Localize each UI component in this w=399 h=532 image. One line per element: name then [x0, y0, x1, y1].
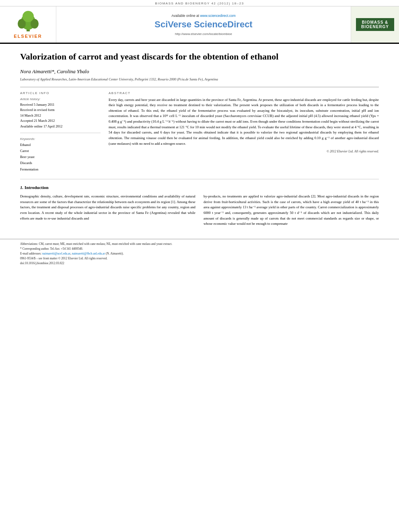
- sciverse-logo: SciVerse ScienceDirect: [154, 19, 252, 30]
- dates-block: Received 5 January 2011 Received in revi…: [20, 102, 101, 129]
- received-date: Received 5 January 2011: [20, 102, 101, 108]
- journal-bar-text: BIOMASS AND BIOENERGY 42 (2012) 18–23: [155, 2, 244, 5]
- keyword-fermentation: Fermentation: [20, 166, 101, 173]
- corresponding-author-footnote: * Corresponding author. Tel./fax: +54 34…: [20, 246, 379, 251]
- journal-top-bar: BIOMASS AND BIOENERGY 42 (2012) 18–23: [0, 0, 399, 6]
- revised-date: 14 March 2012: [20, 113, 101, 119]
- footer-footnotes: Abbreviations: CM, carrot must; ME, must…: [0, 239, 399, 270]
- keyword-discards: Discards: [20, 160, 101, 166]
- accepted-date: Accepted 21 March 2012: [20, 118, 101, 124]
- abstract-text: Every day, carrots and beer yeast are di…: [109, 97, 379, 147]
- email-note: (N. Aimaretti).: [106, 252, 123, 255]
- biomass-bioenergy-logo: BIOMASS & BIOENERGY: [351, 6, 399, 43]
- email-footnote: E-mail addresses: naimaretti@ucel.edu.ar…: [20, 251, 379, 256]
- article-title: Valorization of carrot and yeast discard…: [20, 51, 379, 63]
- page-header: ELSEVIER Available online at www.science…: [0, 6, 399, 44]
- introduction-title: 1. Introduction: [20, 185, 379, 190]
- intro-right-text: by-products, no treatments are applied t…: [204, 194, 379, 227]
- intro-left-column: Demographic density, culture, developmen…: [20, 194, 195, 227]
- revised-label: Received in revised form: [20, 107, 101, 113]
- sciverse-sci: SciVerse: [154, 19, 194, 29]
- elsevier-brand-text: ELSEVIER: [14, 34, 42, 39]
- abstract-heading: ABSTRACT: [109, 91, 379, 95]
- sciencedirect-center: Available online at www.sciencedirect.co…: [56, 6, 351, 43]
- intro-left-text: Demographic density, culture, developmen…: [20, 194, 195, 221]
- history-label: Article history:: [20, 97, 101, 101]
- keyword-beer-yeast: Beer yeast: [20, 154, 101, 160]
- introduction-section: 1. Introduction Demographic density, cul…: [20, 185, 379, 227]
- email-link-2[interactable]: naimaretti@fbcb.unl.edu.ar: [72, 252, 105, 255]
- article-info-heading: ARTICLE INFO: [20, 91, 101, 95]
- svg-point-4: [23, 11, 34, 22]
- introduction-body: Demographic density, culture, developmen…: [20, 194, 379, 227]
- article-history-block: Article history: Received 5 January 2011…: [20, 97, 101, 133]
- keyword-carrot: Carrot: [20, 148, 101, 154]
- keyword-ethanol: Ethanol: [20, 142, 101, 148]
- article-info-column: ARTICLE INFO Article history: Received 5…: [20, 91, 101, 173]
- email-link-1[interactable]: naimaretti@ucel.edu.ar: [42, 252, 70, 255]
- main-content: Valorization of carrot and yeast discard…: [0, 44, 399, 231]
- abbreviations-footnote: Abbreviations: CM, carrot must; ME, must…: [20, 242, 379, 246]
- section-divider: [20, 179, 379, 179]
- biomass-line2: BIOENERGY: [359, 25, 391, 29]
- journal-url-text: http://www.elsevier.com/locate/biombioe: [175, 32, 232, 36]
- sciverse-sd: ScienceDirect: [194, 19, 253, 29]
- biomass-line1: BIOMASS &: [359, 20, 391, 25]
- affiliation: Laboratory of Applied Researches, Latin-…: [20, 77, 379, 81]
- keywords-label: Keywords:: [20, 137, 101, 141]
- abstract-column: ABSTRACT Every day, carrots and beer yea…: [109, 91, 379, 173]
- keywords-block: Keywords: Ethanol Carrot Beer yeast Disc…: [20, 137, 101, 173]
- sciencedirect-url-link[interactable]: www.sciencedirect.com: [200, 14, 235, 18]
- doi-line: doi:10.1016/j.biombioe.2012.03.022: [20, 261, 379, 266]
- elsevier-logo: ELSEVIER: [0, 6, 56, 43]
- available-online-text: Available online at www.sciencedirect.co…: [171, 14, 236, 18]
- online-date: Available online 17 April 2012: [20, 124, 101, 129]
- authors: Nora Aimaretti*, Carolina Ybalo: [20, 68, 379, 75]
- section-title-text: Introduction: [25, 185, 49, 190]
- elsevier-tree-icon: [12, 10, 44, 33]
- copyright-line: © 2012 Elsevier Ltd. All rights reserved…: [109, 150, 379, 153]
- article-info-abstract-section: ARTICLE INFO Article history: Received 5…: [20, 87, 379, 173]
- intro-right-column: by-products, no treatments are applied t…: [204, 194, 379, 227]
- issn-line: 0961-9534/$ – see front matter © 2012 El…: [20, 256, 379, 261]
- section-number: 1.: [20, 185, 23, 190]
